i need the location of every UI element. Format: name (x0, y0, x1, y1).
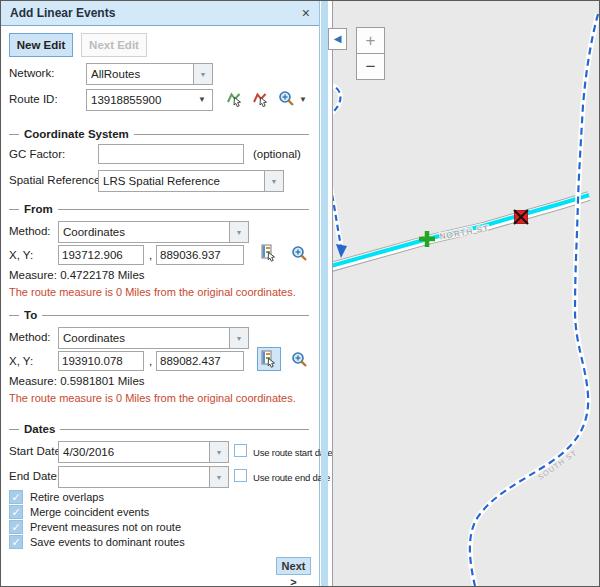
gc-factor-label: GC Factor: (9, 148, 65, 160)
chevron-down-icon[interactable]: ▼ (229, 328, 248, 348)
from-method-value: Coordinates (63, 222, 125, 242)
chevron-down-icon[interactable]: ▼ (264, 171, 283, 191)
end-date-dropdown[interactable]: ▼ (58, 466, 229, 488)
to-xy-label: X, Y: (9, 355, 33, 367)
spatial-reference-label: Spatial Reference: (9, 174, 104, 186)
gc-factor-input[interactable] (98, 144, 244, 164)
panel-edge-stripe (321, 1, 328, 586)
to-measure-text: Measure: 0.5981801 Miles (9, 375, 145, 387)
section-title: Coordinate System (24, 128, 129, 140)
spatial-reference-dropdown[interactable]: LRS Spatial Reference ▼ (98, 170, 284, 192)
xy-separator: , (149, 249, 152, 261)
next-button[interactable]: Next > (276, 557, 311, 575)
section-title: From (24, 203, 53, 215)
chevron-down-icon[interactable]: ▼ (209, 467, 228, 487)
chevron-down-icon[interactable]: ▼ (229, 222, 248, 242)
from-method-dropdown[interactable]: Coordinates ▼ (58, 221, 249, 243)
to-method-value: Coordinates (63, 328, 125, 348)
to-method-label: Method: (9, 331, 51, 343)
app-window: Add Linear Events × New Edit Next Edit N… (0, 0, 600, 587)
coordinate-system-section: Coordinate System (9, 127, 309, 141)
close-icon[interactable]: × (302, 1, 310, 25)
zoom-options-caret-icon[interactable]: ▼ (299, 95, 307, 104)
retire-overlaps-label: Retire overlaps (30, 491, 104, 503)
use-route-end-date-checkbox[interactable] (234, 469, 247, 482)
zoom-out-button[interactable]: − (356, 53, 385, 80)
from-measure-text: Measure: 0.4722178 Miles (9, 269, 145, 281)
to-pick-coordinates-icon-active[interactable] (257, 347, 281, 371)
from-x-input[interactable] (58, 245, 144, 265)
prevent-measures-label: Prevent measures not on route (30, 521, 181, 533)
merge-coincident-events-checkbox[interactable]: ✓ (9, 505, 23, 519)
to-point-marker-icon[interactable] (514, 210, 528, 224)
from-warning-text: The route measure is 0 Miles from the or… (9, 286, 296, 298)
section-title: Dates (24, 423, 55, 435)
panel-title: Add Linear Events (10, 1, 115, 25)
map-graphics: NORTH ST SOUTH ST (333, 1, 600, 586)
from-zoom-icon[interactable] (291, 245, 309, 263)
panel-titlebar: Add Linear Events × (1, 1, 319, 26)
network-dropdown[interactable]: AllRoutes ▼ (86, 63, 213, 85)
collapse-left-icon: ◀ (334, 33, 342, 44)
chevron-down-icon[interactable]: ▼ (209, 442, 228, 462)
river-casing (470, 14, 598, 586)
from-section: From (9, 202, 309, 216)
network-label: Network: (9, 67, 54, 79)
xy-separator: , (149, 355, 152, 367)
zoom-to-route-icon[interactable] (278, 90, 296, 108)
route-id-combobox[interactable]: 13918855900 ▼ (86, 89, 213, 111)
stream-casing (333, 156, 341, 247)
save-events-checkbox[interactable]: ✓ (9, 535, 23, 549)
map-zoom-control: + − (356, 27, 385, 80)
stream-arrowhead-icon (336, 244, 347, 258)
network-value: AllRoutes (91, 64, 140, 84)
route-id-label: Route ID: (9, 93, 58, 105)
chevron-down-icon[interactable]: ▼ (193, 64, 212, 84)
from-y-input[interactable] (156, 245, 244, 265)
merge-coincident-events-label: Merge coincident events (30, 506, 149, 518)
start-date-label: Start Date: (9, 445, 64, 457)
gc-factor-hint: (optional) (253, 148, 301, 160)
spatial-reference-value: LRS Spatial Reference (103, 171, 220, 191)
route-id-value: 13918855900 (91, 90, 161, 110)
to-section: To (9, 308, 309, 322)
use-route-start-date-checkbox[interactable] (234, 444, 247, 457)
start-date-dropdown[interactable]: 4/30/2016 ▼ (58, 441, 229, 463)
next-edit-button: Next Edit (81, 33, 147, 57)
to-zoom-icon[interactable] (291, 351, 309, 369)
start-date-value: 4/30/2016 (63, 442, 114, 462)
from-pick-coordinates-icon[interactable] (260, 244, 278, 262)
map-view[interactable]: NORTH ST SOUTH ST (332, 1, 599, 586)
end-date-label: End Date: (9, 470, 60, 482)
collapse-panel-button[interactable]: ◀ (328, 28, 347, 50)
chevron-down-icon[interactable]: ▼ (198, 90, 206, 110)
new-edit-button[interactable]: New Edit (9, 33, 73, 57)
dates-section: Dates (9, 422, 309, 436)
section-title: To (24, 309, 37, 321)
from-xy-label: X, Y: (9, 249, 33, 261)
add-linear-events-panel: Add Linear Events × New Edit Next Edit N… (1, 1, 320, 586)
to-y-input[interactable] (156, 351, 244, 371)
to-warning-text: The route measure is 0 Miles from the or… (9, 392, 296, 404)
use-route-end-date-label: Use route end date (253, 472, 330, 483)
select-route-on-map-icon[interactable] (226, 90, 244, 108)
from-method-label: Method: (9, 225, 51, 237)
retire-overlaps-checkbox[interactable]: ✓ (9, 490, 23, 504)
zoom-in-button[interactable]: + (356, 27, 385, 54)
prevent-measures-checkbox[interactable]: ✓ (9, 520, 23, 534)
clear-route-selection-icon[interactable] (252, 90, 270, 108)
to-x-input[interactable] (58, 351, 144, 371)
to-method-dropdown[interactable]: Coordinates ▼ (58, 327, 249, 349)
save-events-label: Save events to dominant routes (30, 536, 185, 548)
